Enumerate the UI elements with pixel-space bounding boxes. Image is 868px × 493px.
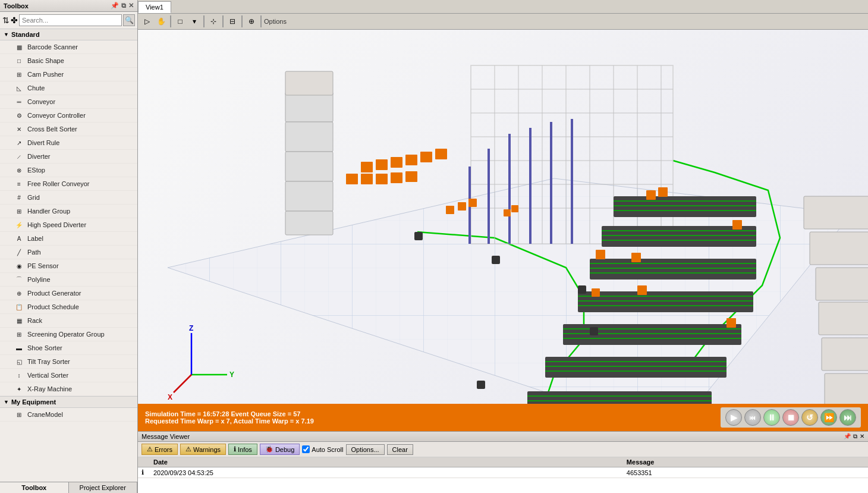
svg-rect-70 <box>658 187 668 197</box>
options-button[interactable]: Options <box>264 18 287 25</box>
toolbox-item-rack[interactable]: ▦Rack <box>0 314 137 328</box>
item-icon: ↕ <box>14 370 24 380</box>
infos-button[interactable]: ℹ Infos <box>228 444 257 455</box>
svg-text:X: X <box>168 393 172 401</box>
sim-controls: ▶ ⏮ ⏸ ⏹ ↺ ⏩ ⏭ <box>721 407 861 428</box>
pin-icon[interactable]: 📌 <box>111 2 119 10</box>
search-button[interactable]: 🔍 <box>123 14 135 26</box>
toolbox-item-vertical-sorter[interactable]: ↕Vertical Sorter <box>0 369 137 382</box>
svg-rect-35 <box>285 92 333 122</box>
sim-step-button[interactable]: ⏭ <box>839 409 856 426</box>
toolbar-btn-crosshair[interactable]: ⊕ <box>245 15 258 28</box>
clear-button[interactable]: Clear <box>387 444 413 455</box>
mv-table-body: ℹ 2020/09/23 04:53:25 4653351 <box>138 467 868 478</box>
debug-button[interactable]: 🐞 Debug <box>260 444 300 455</box>
svg-rect-82 <box>825 373 868 404</box>
toolbar-sep-4 <box>241 15 243 27</box>
toolbox-item-pe-sensor[interactable]: ◉PE Sensor <box>0 259 137 273</box>
toolbar-btn-down[interactable]: ▾ <box>188 15 201 28</box>
toolbox-item-cam-pusher[interactable]: ⊞Cam Pusher <box>0 68 137 81</box>
toolbox-item-diverter[interactable]: ⟋Diverter <box>0 150 137 164</box>
svg-rect-81 <box>822 338 868 370</box>
search-input[interactable] <box>19 14 122 26</box>
toolbox-item-basic-shape[interactable]: □Basic Shape <box>0 54 137 68</box>
toolbar-btn-layer[interactable]: ⊟ <box>226 15 239 28</box>
main-toolbar: ▷ ✋ □ ▾ ⊹ ⊟ ⊕ Options <box>138 14 868 30</box>
sim-forward-button[interactable]: ⏩ <box>820 409 837 426</box>
toolbox-item-handler-group[interactable]: ⊞Handler Group <box>0 205 137 218</box>
toolbox-item-polyline[interactable]: ⌒Polyline <box>0 273 137 287</box>
svg-rect-33 <box>391 172 402 183</box>
sim-rewind-button[interactable]: ↺ <box>801 409 818 426</box>
toolbox-item-chute[interactable]: ◺Chute <box>0 81 137 95</box>
scene-svg: Y Z X <box>138 30 868 404</box>
autoscroll-checkbox[interactable] <box>302 445 310 453</box>
debug-icon: 🐞 <box>265 445 273 453</box>
svg-rect-87 <box>590 327 598 335</box>
view-tab-view1[interactable]: View1 <box>138 1 171 13</box>
float-icon[interactable]: ⧉ <box>121 2 126 10</box>
errors-button[interactable]: ⚠ Errors <box>141 444 178 455</box>
viewport-3d[interactable]: Y Z X <box>138 30 868 404</box>
errors-icon: ⚠ <box>147 445 153 453</box>
toolbox-item-shoe-sorter[interactable]: ▬Shoe Sorter <box>0 341 137 355</box>
my-equipment-section-header[interactable]: ▼ My Equipment <box>0 396 137 408</box>
item-icon: 📋 <box>14 302 24 312</box>
sim-stop-button[interactable]: ⏹ <box>782 409 799 426</box>
toolbox-item-free-roller-conveyor[interactable]: ≡Free Roller Conveyor <box>0 177 137 191</box>
autoscroll-label: Auto Scroll <box>302 445 343 453</box>
toolbox-header: Toolbox 📌 ⧉ ✕ <box>0 0 137 12</box>
mv-pin-icon[interactable]: 📌 <box>844 433 851 440</box>
toolbox-item-divert-rule[interactable]: ↗Divert Rule <box>0 136 137 150</box>
toolbar-btn-2[interactable]: ✋ <box>155 15 168 28</box>
item-icon: ▬ <box>14 343 24 353</box>
toolbox-item-product-generator[interactable]: ⊕Product Generator <box>0 287 137 300</box>
svg-rect-79 <box>816 268 868 300</box>
svg-rect-88 <box>477 381 485 389</box>
toolbox-item-tilt-tray-sorter[interactable]: ◱Tilt Tray Sorter <box>0 355 137 369</box>
main-layout: Toolbox 📌 ⧉ ✕ ⇅ ✤ 🔍 ▼ Standard ▦Barcode … <box>0 0 868 493</box>
close-toolbox-icon[interactable]: ✕ <box>128 2 134 10</box>
sim-unknown-button[interactable]: ⏮ <box>744 409 761 426</box>
toolbox-item-path[interactable]: ╱Path <box>0 246 137 259</box>
item-label: EStop <box>27 167 45 174</box>
item-label: PE Sensor <box>27 262 59 269</box>
tab-toolbox[interactable]: Toolbox <box>0 482 69 493</box>
item-icon: ⊞ <box>14 410 24 419</box>
mv-close-icon[interactable]: ✕ <box>860 433 864 440</box>
sim-warp-line: Requested Time Warp = x 7, Actual Time W… <box>145 417 314 425</box>
toolbox-item-high-speed-diverter[interactable]: ⚡High Speed Diverter <box>0 218 137 232</box>
sim-play-button[interactable]: ▶ <box>725 409 742 426</box>
svg-rect-27 <box>405 155 417 165</box>
pin2-icon[interactable]: ✤ <box>11 15 18 25</box>
toolbox-item-barcode-scanner[interactable]: ▦Barcode Scanner <box>0 40 137 54</box>
warnings-button[interactable]: ⚠ Warnings <box>180 444 226 455</box>
standard-section-header[interactable]: ▼ Standard <box>0 29 137 40</box>
toolbar-btn-snap[interactable]: ⊹ <box>207 15 220 28</box>
sort-icon[interactable]: ⇅ <box>2 15 10 25</box>
svg-rect-38 <box>285 181 333 211</box>
toolbox-item-screening-operator-group[interactable]: ⊞Screening Operator Group <box>0 328 137 341</box>
options-mv-button[interactable]: Options... <box>346 444 385 455</box>
sim-pause-button[interactable]: ⏸ <box>763 409 780 426</box>
toolbox-item-conveyor[interactable]: ═Conveyor <box>0 95 137 109</box>
svg-rect-53 <box>578 291 753 312</box>
toolbar-btn-rect[interactable]: □ <box>174 15 187 28</box>
toolbox-item-cross-belt-sorter[interactable]: ✕Cross Belt Sorter <box>0 123 137 136</box>
svg-rect-36 <box>285 122 333 152</box>
toolbox-item-conveyor-controller[interactable]: ⚙Conveyor Controller <box>0 109 137 123</box>
toolbox-item-product-schedule[interactable]: 📋Product Schedule <box>0 300 137 314</box>
toolbox-item-x-ray-machine[interactable]: ✦X-Ray Machine <box>0 382 137 396</box>
tab-project-explorer[interactable]: Project Explorer <box>69 482 138 493</box>
item-label: Conveyor Controller <box>27 112 86 119</box>
toolbox-item-label[interactable]: ALabel <box>0 232 137 246</box>
my-equip-item-cranemodel[interactable]: ⊞CraneModel <box>0 408 137 422</box>
toolbox-item-grid[interactable]: #Grid <box>0 191 137 205</box>
svg-rect-78 <box>810 232 868 265</box>
toolbox-item-estop[interactable]: ⊗EStop <box>0 164 137 177</box>
svg-rect-39 <box>285 71 333 95</box>
svg-rect-29 <box>435 149 447 159</box>
mv-float-icon[interactable]: ⧉ <box>853 433 857 440</box>
toolbar-btn-1[interactable]: ▷ <box>140 15 153 28</box>
svg-rect-86 <box>578 285 586 294</box>
